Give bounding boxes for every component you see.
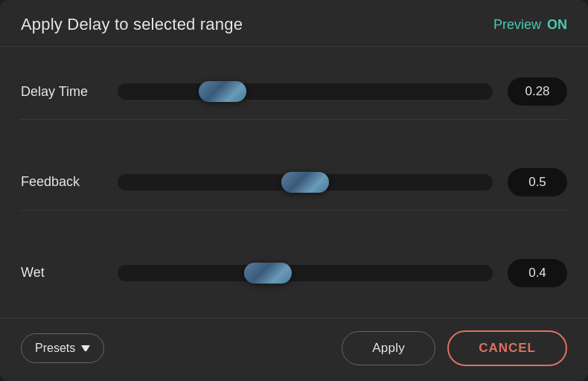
delay-time-row: Delay Time 0.28	[21, 64, 567, 120]
preview-toggle[interactable]: ON	[547, 17, 567, 33]
wet-value-display: 0.4	[508, 259, 567, 287]
feedback-slider-container[interactable]	[118, 170, 493, 194]
feedback-value: 0.5	[528, 175, 546, 190]
feedback-row: Feedback 0.5	[21, 155, 567, 211]
feedback-label: Feedback	[21, 174, 103, 190]
sliders-content: Delay Time 0.28 Feedback 0.5	[0, 47, 588, 318]
delay-time-value: 0.28	[525, 84, 549, 99]
delay-time-thumb[interactable]	[199, 81, 246, 102]
wet-value: 0.4	[528, 266, 546, 281]
preview-section: Preview ON	[493, 17, 567, 33]
apply-button[interactable]: Apply	[342, 331, 435, 365]
chevron-down-icon	[81, 345, 90, 351]
feedback-track[interactable]	[118, 174, 493, 190]
footer-actions: Apply CANCEL	[342, 330, 567, 366]
dialog-footer: Presets Apply CANCEL	[0, 318, 588, 381]
feedback-value-display: 0.5	[508, 168, 567, 196]
dialog-title: Apply Delay to selected range	[21, 15, 243, 34]
wet-thumb[interactable]	[244, 263, 292, 284]
wet-slider-container[interactable]	[118, 261, 493, 285]
delay-time-track[interactable]	[118, 83, 493, 100]
dialog-header: Apply Delay to selected range Preview ON	[0, 0, 588, 47]
wet-track[interactable]	[118, 265, 493, 281]
cancel-button[interactable]: CANCEL	[447, 330, 567, 366]
feedback-thumb[interactable]	[281, 172, 329, 193]
presets-label: Presets	[35, 342, 75, 355]
wet-label: Wet	[21, 265, 103, 281]
preview-label: Preview	[493, 17, 541, 33]
apply-delay-dialog: Apply Delay to selected range Preview ON…	[0, 0, 588, 381]
delay-time-label: Delay Time	[21, 84, 103, 100]
delay-time-value-display: 0.28	[508, 77, 567, 106]
delay-time-slider-container[interactable]	[118, 80, 493, 103]
presets-button[interactable]: Presets	[21, 333, 104, 363]
wet-row: Wet 0.4	[21, 246, 567, 301]
